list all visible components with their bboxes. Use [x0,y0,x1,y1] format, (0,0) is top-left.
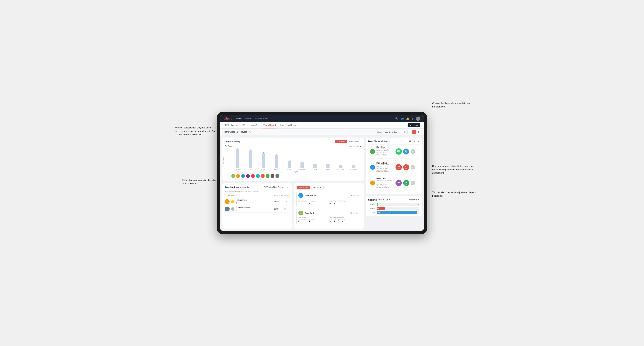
chart-filter[interactable]: Total Rounds ▼ [348,146,361,148]
active-player-name-2: Rees Britt [305,212,314,214]
user-avatar[interactable] [416,117,420,121]
detail-view-icon[interactable]: ⚙ [416,130,420,134]
page-wrapper: Choose the timescale you wish to see the… [217,112,427,234]
most-active-tab[interactable]: Most Active [296,186,310,189]
total-rounds-label: Total Rounds [298,199,328,201]
bar-label-3: J. Coles [274,169,278,170]
on-course-toggle[interactable]: On Course [335,140,347,143]
subnav-team-clippd[interactable]: Team Clippd [264,122,276,128]
bell-icon[interactable]: 🔔 [406,117,409,120]
chart-section-title: On Course [225,145,234,147]
add-icon[interactable]: ⊕ [412,117,414,120]
edit-icon[interactable]: ✏️ [249,131,251,133]
arg-stat: ARG 0 [338,201,340,205]
filter-label: Total Rounds [348,146,359,148]
bar-7[interactable] [326,164,330,168]
bar-1[interactable] [249,151,252,168]
lb-avatar-2 [225,206,230,211]
bar-2[interactable] [262,154,265,168]
bar-group-0: 13B. McHarg [232,148,244,170]
shot-arrow-2[interactable]: › [416,166,418,169]
shot-arrow-1[interactable]: › [416,150,418,153]
player-avatar-9 [276,174,279,178]
shot-detail-2: 23 Jul 2023 · Ashridge GC, Hole 15 [376,164,394,167]
search-icon[interactable]: 🔍 [395,117,398,120]
practice-sub-row: GTT 0 APP 0 [330,201,359,205]
bar-5[interactable] [300,162,304,168]
lb-row-1[interactable]: 1 Richard Butler 🏅 1 19/20 110 [225,198,290,205]
time-period-select[interactable]: Last 3 months Last 6 months Last year [384,131,400,133]
practice-drills-toggle[interactable]: Practice Drills [347,140,361,143]
subnav-hcaps[interactable]: Hcaps 1-5 [250,122,259,128]
scoring-title: Scoring [368,198,376,201]
active-avatar-1 [298,193,303,198]
shot-avatar-1 [370,149,375,154]
lb-dropdown[interactable]: PUTT Must Make Putting ... [262,185,290,189]
subnav-tour[interactable]: Tour [280,122,284,128]
list-view-icon[interactable]: ≡ [408,130,411,134]
activity-card-title: Player Activity [225,140,334,143]
bar-group-3: 9J. Coles [270,154,282,170]
bar-9[interactable] [352,165,356,168]
scoring-eagles-bar: 3 [376,203,419,206]
nav-teams[interactable]: Teams [245,117,251,120]
y-axis-label: Total Rounds [223,157,224,165]
active-player-header-2: Rees Britt 02 Sep 2023 [298,211,359,215]
app-logo: clippd [224,117,232,120]
users-icon[interactable]: 👥 [401,117,404,120]
bar-value-0: 13 [237,148,238,149]
scoring-pars-value: 499 [377,212,380,213]
activity-card-header: Player Activity On Course Practice Drill… [225,140,361,143]
scoring-pars-bar: 499 [376,211,419,214]
active-player-1: Blair McHarg 26 Aug 2023 Total Rounds To… [296,191,361,207]
shots-filter-1[interactable]: All Shots ▼ [381,140,390,142]
subnav-pgat[interactable]: PGAT Players [224,122,237,128]
shot-row-2[interactable]: Blair McHarg 23 Jul 2023 · Ashridge GC, … [368,160,419,174]
player-avatar-0 [231,174,235,178]
rounds-sub-row-2: Tournament 8 Practice 4 [298,219,328,222]
shot-row-1[interactable]: Matt Miller 09 Jun 2023 · Royal North De… [368,144,419,159]
bar-6[interactable] [314,164,316,168]
shot-row-3[interactable]: David Ford 24 Aug 2023 · Royal North Dev… [368,176,419,190]
scoring-filter-1[interactable]: Par 3, 4 & 5s ▼ [378,199,390,201]
nav-home[interactable]: Home [236,117,242,120]
bar-value-4: 5 [289,160,290,161]
tablet-screen: clippd Home Teams My Performance 🔍 👥 🔔 ⊕… [220,115,424,231]
shots-header: Best Shots All Shots ▼ All Players ▼ [368,140,419,143]
shot-info-2: Blair McHarg 23 Jul 2023 · Ashridge GC, … [376,162,394,173]
lb-avg-1: 110 [281,201,290,202]
add-team-button[interactable]: Add Team [408,123,420,127]
tournament-stat-2: Tournament 8 [298,219,307,222]
subnav-pga[interactable]: PGA [241,122,245,128]
bar-value-6: 3 [315,163,315,164]
subnav-all-players[interactable]: All Players [288,122,298,128]
filter-arrow: ▼ [360,146,361,148]
scoring-pars-bar-inner: 499 [376,211,417,214]
scoring-filter-2[interactable]: All Players ▼ [409,199,419,201]
lb-title: Practice Leaderboards [225,186,260,188]
shot-arrow-3[interactable]: › [416,181,418,184]
bar-label-9: L. Robertson [350,169,357,170]
scoring-eagles-bar-inner [376,203,378,206]
active-practice-group-2: Total Practice Activities GTT 0 APP [330,217,359,222]
bar-0[interactable] [236,149,239,168]
heart-view-icon[interactable]: ♥ [412,130,416,134]
least-active-tab[interactable]: Least Active [310,186,324,189]
lb-col-name: PLAYER NAME [225,194,272,196]
lb-row-2[interactable]: 2 Edward Crossman 🥈 2 18/20 107 [225,205,290,213]
practice-sub-row-2: GTT 0 APP 0 [330,219,359,222]
lb-rank-2: 2 [231,207,234,211]
grid-view-icon[interactable]: ⊞ [403,130,407,134]
lb-player-badge-2: 🥈 2 [236,210,238,211]
bar-4[interactable] [288,161,291,168]
all-players-filter[interactable]: All Players ▼ [409,140,419,142]
bar-8[interactable] [339,165,342,168]
lb-header-row: PLAYER NAME PB SCORE PB AVG SQ [225,194,290,197]
shot-start-3: Start Lie: Rough [376,185,394,187]
bar-3[interactable] [275,155,278,168]
lb-player-badge-1: 🏅 1 [236,202,238,204]
tablet-shell: clippd Home Teams My Performance 🔍 👥 🔔 ⊕… [217,112,427,234]
nav-my-performance[interactable]: My Performance [254,117,270,120]
annotation-right-mid: Here you can see who's hit the best shot… [432,165,476,175]
player-activity-card: Player Activity On Course Practice Drill… [222,138,364,181]
